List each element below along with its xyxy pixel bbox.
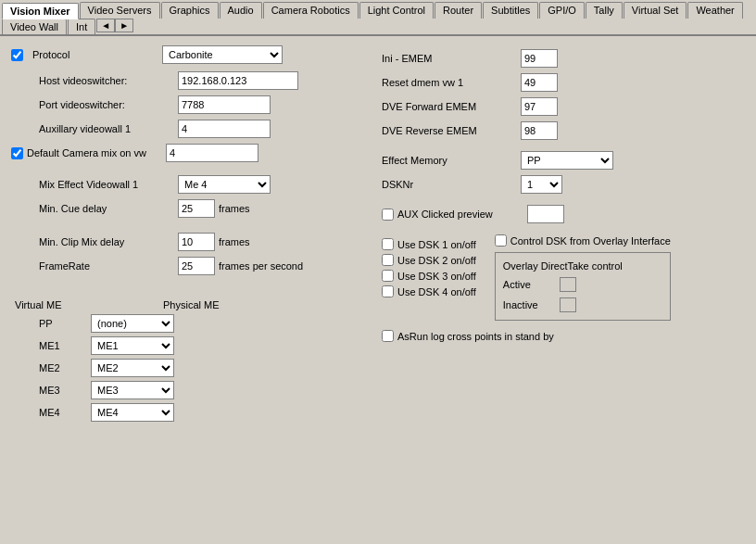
tab-bar: Vision Mixer Video Servers Graphics Audi… (0, 0, 756, 36)
min-clip-label: Min. Clip Mix delay (39, 236, 178, 247)
active-label: Active (503, 279, 554, 290)
table-row: ME3 ME3(none)ME1ME2ME4 (11, 381, 363, 399)
vm-label-me2: ME2 (39, 362, 85, 373)
framerate-label: FrameRate (39, 260, 178, 272)
vm-select-me2[interactable]: ME2(none)ME1ME3ME4 (91, 359, 174, 377)
tab-next-button[interactable]: ► (115, 19, 133, 32)
protocol-select[interactable]: Carbonite (162, 45, 283, 64)
mix-effect-label: Mix Effect Videowall 1 (39, 179, 178, 190)
aux-input[interactable]: 4 (178, 120, 271, 138)
overlay-directtake-box: Overlay DirectTake control Active Inacti… (495, 252, 671, 321)
dve-reverse-input[interactable]: 98 (521, 121, 558, 140)
use-dsk4-checkbox[interactable] (382, 285, 394, 297)
enabled-checkbox[interactable] (11, 49, 23, 61)
vm-label-me1: ME1 (39, 340, 85, 351)
protocol-label: Protocol (32, 49, 162, 60)
asrun-checkbox[interactable] (382, 330, 394, 342)
dve-reverse-label: DVE Reverse EMEM (382, 125, 521, 136)
aux-label: Auxillary videowall 1 (39, 123, 178, 134)
reset-label: Reset dmem vw 1 (382, 77, 521, 88)
inactive-color-box[interactable] (560, 297, 576, 312)
port-label: Port videoswitcher: (39, 99, 178, 110)
dsk-checks: Use DSK 1 on/off Use DSK 2 on/off Use DS… (382, 238, 476, 297)
vm-table: Virtual ME Physical ME PP (none)ME1ME2ME… (11, 299, 363, 422)
dve-forward-input[interactable]: 97 (521, 97, 558, 116)
ini-input[interactable]: 99 (521, 49, 558, 68)
vm-select-pp[interactable]: (none)ME1ME2ME3ME4 (91, 314, 174, 333)
tab-audio[interactable]: Audio (220, 2, 262, 19)
tab-subtitles[interactable]: Subtitles (483, 2, 538, 19)
dsk4-row: Use DSK 4 on/off (382, 285, 476, 297)
inactive-row: Inactive (503, 297, 662, 312)
aux-clicked-checkbox[interactable] (382, 209, 394, 221)
port-input[interactable]: 7788 (178, 95, 271, 114)
control-dsk-label: Control DSK from Overlay Interface (510, 235, 671, 247)
use-dsk2-checkbox[interactable] (382, 254, 394, 266)
use-dsk1-label: Use DSK 1 on/off (397, 239, 476, 250)
control-dsk-checkbox[interactable] (495, 234, 507, 247)
control-dsk-section: Control DSK from Overlay Interface Overl… (495, 234, 671, 321)
inactive-label: Inactive (503, 299, 554, 310)
tab-router[interactable]: Router (435, 2, 482, 19)
dsknr-label: DSKNr (382, 179, 521, 190)
use-dsk3-label: Use DSK 3 on/off (397, 271, 476, 282)
min-cue-input[interactable]: 25 (178, 199, 215, 218)
tab-gpio[interactable]: GPI/O (539, 2, 585, 19)
active-color-box[interactable] (560, 277, 576, 292)
vm-label-me4: ME4 (39, 407, 85, 418)
tab-vision-mixer[interactable]: Vision Mixer (2, 3, 79, 19)
overlay-title: Overlay DirectTake control (503, 260, 662, 272)
left-column: Protocol Carbonite Host videoswitcher: 1… (11, 45, 363, 422)
tab-int[interactable]: Int (68, 19, 95, 34)
aux-clicked-input[interactable] (527, 205, 564, 223)
default-camera-input[interactable]: 4 (166, 144, 258, 162)
vm-label-me3: ME3 (39, 385, 85, 396)
effect-memory-select[interactable]: PPME1ME2 (521, 151, 613, 170)
asrun-label: AsRun log cross points in stand by (397, 331, 554, 342)
tab-prev-button[interactable]: ◄ (96, 19, 115, 32)
table-row: ME2 ME2(none)ME1ME3ME4 (11, 359, 363, 377)
min-clip-input[interactable]: 10 (178, 233, 215, 251)
tab-camera-robotics[interactable]: Camera Robotics (263, 2, 359, 19)
tab-video-wall[interactable]: Video Wall (2, 19, 67, 34)
dsk3-row: Use DSK 3 on/off (382, 270, 476, 282)
vm-select-me1[interactable]: ME1(none)ME2ME3ME4 (91, 336, 174, 355)
tab-virtual-set[interactable]: Virtual Set (624, 2, 687, 19)
right-column: Ini - EMEM 99 Reset dmem vw 1 49 DVE For… (382, 45, 745, 422)
physical-me-header: Physical ME (163, 299, 220, 310)
effect-memory-label: Effect Memory (382, 155, 521, 166)
use-dsk4-label: Use DSK 4 on/off (397, 286, 476, 297)
vm-label-pp: PP (39, 318, 85, 329)
ini-label: Ini - EMEM (382, 53, 521, 64)
tab-weather[interactable]: Weather (687, 2, 742, 19)
mix-effect-select[interactable]: Me 4 (178, 175, 271, 194)
use-dsk1-checkbox[interactable] (382, 238, 394, 250)
tab-graphics[interactable]: Graphics (161, 2, 219, 19)
framerate-unit: frames per second (219, 260, 303, 272)
dsk2-row: Use DSK 2 on/off (382, 254, 476, 266)
use-dsk2-label: Use DSK 2 on/off (397, 255, 476, 266)
tab-tally[interactable]: Tally (586, 2, 623, 19)
host-label: Host videoswitcher: (39, 75, 178, 86)
use-dsk3-checkbox[interactable] (382, 270, 394, 282)
host-input[interactable]: 192.168.0.123 (178, 71, 298, 90)
default-camera-label: Default Camera mix on vw (27, 147, 166, 158)
tab-light-control[interactable]: Light Control (359, 2, 434, 19)
tab-video-servers[interactable]: Video Servers (80, 2, 160, 19)
framerate-input[interactable]: 25 (178, 257, 215, 275)
vm-select-me4[interactable]: ME4(none)ME1ME2ME3 (91, 403, 174, 422)
min-clip-unit: frames (219, 236, 250, 247)
dsk1-row: Use DSK 1 on/off (382, 238, 476, 250)
min-cue-unit: frames (219, 203, 250, 214)
active-row: Active (503, 277, 662, 292)
aux-clicked-label: AUX Clicked preview (397, 209, 527, 220)
dsknr-select[interactable]: 1234 (521, 175, 562, 194)
vm-select-me3[interactable]: ME3(none)ME1ME2ME4 (91, 381, 174, 399)
reset-input[interactable]: 49 (521, 73, 558, 92)
dve-forward-label: DVE Forward EMEM (382, 101, 521, 112)
min-cue-label: Min. Cue delay (39, 203, 178, 214)
table-row: ME4 ME4(none)ME1ME2ME3 (11, 403, 363, 422)
table-row: ME1 ME1(none)ME2ME3ME4 (11, 336, 363, 355)
default-camera-checkbox[interactable] (11, 147, 23, 159)
table-row: PP (none)ME1ME2ME3ME4 (11, 314, 363, 333)
